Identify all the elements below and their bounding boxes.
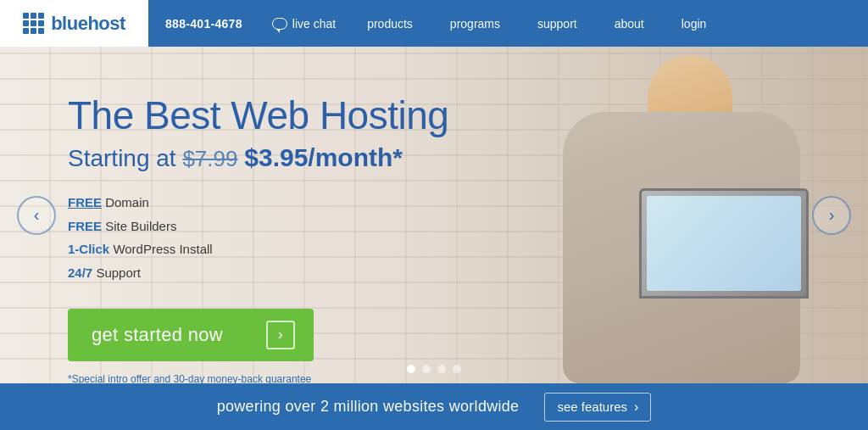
hero-prev-button[interactable]: ‹ bbox=[17, 196, 56, 235]
nav-item-login[interactable]: login bbox=[663, 0, 726, 47]
hero-title: The Best Web Hosting bbox=[68, 93, 448, 138]
price-old: $7.99 bbox=[182, 146, 237, 171]
feature-domain: FREE Domain bbox=[68, 191, 448, 215]
logo-text: bluehost bbox=[51, 13, 125, 35]
feature-free-sb-highlight: FREE bbox=[68, 219, 102, 233]
see-features-label: see features bbox=[557, 399, 627, 414]
hero-dot-1[interactable] bbox=[407, 365, 415, 373]
hero-person-image bbox=[453, 47, 826, 383]
hero-dot-4[interactable] bbox=[453, 365, 461, 373]
cta-arrow-icon: › bbox=[266, 321, 295, 349]
hero-dots bbox=[407, 365, 461, 373]
header: bluehost 888-401-4678 live chat products… bbox=[0, 0, 868, 47]
person-laptop bbox=[639, 188, 809, 299]
feature-support: 24/7 Support bbox=[68, 261, 448, 285]
laptop-screen bbox=[647, 196, 801, 291]
live-chat-link[interactable]: live chat bbox=[259, 17, 348, 31]
hero-subtitle: Starting at $7.99 $3.95/month* bbox=[68, 143, 448, 172]
see-features-arrow-icon: › bbox=[634, 399, 638, 415]
feature-domain-text: Domain bbox=[105, 195, 149, 209]
logo-grid-icon bbox=[23, 13, 44, 34]
chat-bubble-icon bbox=[272, 18, 287, 30]
feature-site-builders: FREE Site Builders bbox=[68, 215, 448, 238]
nav-item-about[interactable]: about bbox=[596, 0, 663, 47]
hero-features-list: FREE Domain FREE Site Builders 1-Click W… bbox=[68, 191, 448, 285]
feature-free-domain-highlight: FREE bbox=[68, 195, 102, 209]
hero-dot-2[interactable] bbox=[422, 365, 431, 373]
phone-number[interactable]: 888-401-4678 bbox=[148, 17, 259, 31]
get-started-button[interactable]: get started now › bbox=[68, 309, 314, 361]
feature-support-text: Support bbox=[96, 265, 141, 280]
nav-item-products[interactable]: products bbox=[348, 0, 431, 47]
hero-dot-3[interactable] bbox=[437, 365, 446, 373]
feature-247-highlight: 24/7 bbox=[68, 265, 92, 280]
feature-wp-text: WordPress Install bbox=[113, 242, 212, 256]
feature-1click-highlight: 1-Click bbox=[68, 242, 109, 256]
nav-item-programs[interactable]: programs bbox=[431, 0, 519, 47]
price-new: $3.95/month* bbox=[244, 143, 403, 171]
footer-bar: powering over 2 million websites worldwi… bbox=[0, 383, 868, 430]
subtitle-prefix: Starting at bbox=[68, 145, 182, 171]
hero-next-button[interactable]: › bbox=[812, 196, 851, 235]
feature-wordpress: 1-Click WordPress Install bbox=[68, 237, 448, 261]
logo-area[interactable]: bluehost bbox=[0, 0, 148, 47]
footer-text: powering over 2 million websites worldwi… bbox=[217, 398, 520, 416]
hero-disclaimer[interactable]: *Special intro offer and 30-day money-ba… bbox=[68, 373, 448, 383]
hero-section: The Best Web Hosting Starting at $7.99 $… bbox=[0, 47, 868, 383]
hero-content: The Best Web Hosting Starting at $7.99 $… bbox=[68, 93, 448, 383]
see-features-button[interactable]: see features › bbox=[544, 393, 651, 422]
cta-label: get started now bbox=[92, 324, 223, 346]
feature-sb-text: Site Builders bbox=[105, 219, 176, 233]
nav-item-support[interactable]: support bbox=[519, 0, 596, 47]
main-nav: 888-401-4678 live chat products programs… bbox=[148, 0, 868, 47]
live-chat-label: live chat bbox=[292, 17, 336, 31]
